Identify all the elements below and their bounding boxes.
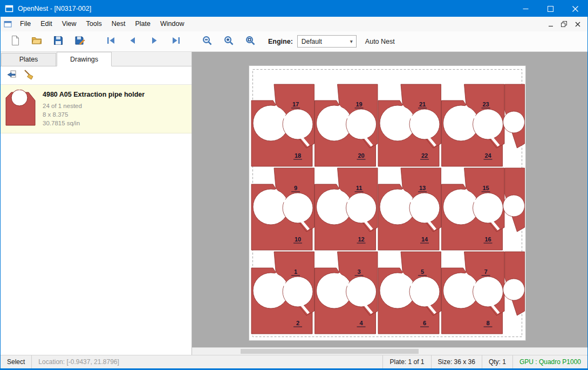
- part-number: 4: [359, 320, 363, 326]
- main-area: Plates Drawings: [1, 52, 587, 355]
- first-plate-icon: [106, 35, 117, 48]
- horizontal-scrollbar-thumb[interactable]: [241, 349, 419, 354]
- part-number: 15: [482, 185, 489, 191]
- next-plate-icon: [149, 35, 160, 48]
- close-button[interactable]: [563, 1, 587, 17]
- title-bar: OpenNest - [N0317-002]: [1, 1, 587, 17]
- nest-pair[interactable]: 1112: [315, 168, 378, 250]
- zoom-out-button[interactable]: [198, 33, 216, 50]
- part-number: 9: [294, 185, 297, 191]
- part-number: 12: [358, 236, 364, 243]
- auto-nest-button[interactable]: Auto Nest: [365, 38, 395, 45]
- part-notch-circle: [503, 279, 525, 300]
- status-bar: Select Location: [-0.9437, 21.8796] Plat…: [1, 355, 587, 368]
- main-toolbar: Engine: Default ▾ Auto Nest: [1, 31, 587, 52]
- tab-plates[interactable]: Plates: [1, 53, 56, 66]
- engine-select[interactable]: Default ▾: [297, 35, 357, 48]
- menu-item-window[interactable]: Window: [155, 17, 189, 31]
- plate-svg: 171819202122232491011121314151612345678: [249, 66, 525, 340]
- clean-broom-icon: [23, 69, 34, 82]
- last-plate-button[interactable]: [167, 33, 185, 50]
- drawing-area: 30.7815 sq/in: [43, 119, 145, 127]
- minimize-button[interactable]: [513, 1, 538, 17]
- part-number: 16: [484, 236, 491, 243]
- drawing-size: 8 x 8.375: [43, 110, 145, 119]
- status-location: Location: [-0.9437, 21.8796]: [32, 355, 125, 368]
- first-plate-button[interactable]: [102, 33, 120, 50]
- nest-pair[interactable]: 56: [378, 252, 441, 334]
- move-back-icon: [6, 69, 17, 82]
- part-number: 17: [292, 101, 299, 107]
- clean-button[interactable]: [21, 68, 36, 83]
- part-number: 8: [486, 320, 489, 326]
- previous-plate-icon: [127, 35, 138, 48]
- menu-item-view[interactable]: View: [57, 17, 81, 31]
- horizontal-scrollbar[interactable]: [192, 347, 587, 355]
- drawing-list-item[interactable]: 4980 A05 Extraction pipe holder 24 of 1 …: [1, 85, 192, 133]
- zoom-in-button[interactable]: [220, 33, 238, 50]
- nest-pair[interactable]: 1920: [315, 84, 378, 166]
- app-icon: [5, 5, 13, 12]
- mdi-minimize-button[interactable]: [544, 18, 557, 30]
- part-number: 22: [421, 152, 428, 159]
- nest-pair[interactable]: 34: [315, 252, 378, 334]
- part-notch-circle: [503, 195, 525, 217]
- previous-plate-button[interactable]: [124, 33, 142, 50]
- save-as-icon: [74, 35, 85, 48]
- status-mode: Select: [1, 355, 32, 368]
- drawing-title: 4980 A05 Extraction pipe holder: [43, 91, 145, 98]
- zoom-fit-icon: [245, 35, 256, 48]
- open-file-button[interactable]: [28, 33, 46, 50]
- drawing-list: 4980 A05 Extraction pipe holder 24 of 1 …: [1, 85, 192, 133]
- mdi-restore-button[interactable]: [557, 18, 571, 30]
- nest-pair[interactable]: 1516: [442, 168, 525, 250]
- nest-pair[interactable]: 2122: [378, 84, 441, 166]
- drawing-info: 4980 A05 Extraction pipe holder 24 of 1 …: [43, 90, 145, 128]
- menu-item-edit[interactable]: Edit: [36, 17, 57, 31]
- mdi-close-button[interactable]: [571, 18, 584, 30]
- status-gpu: GPU : Quadro P1000: [512, 355, 587, 368]
- panel-tabstrip: Plates Drawings: [1, 52, 192, 66]
- plate: 171819202122232491011121314151612345678: [249, 65, 526, 341]
- save-as-button[interactable]: [71, 33, 89, 50]
- menu-item-nest[interactable]: Nest: [107, 17, 131, 31]
- engine-value: Default: [302, 38, 322, 45]
- menu-item-plate[interactable]: Plate: [130, 17, 155, 31]
- new-file-button[interactable]: [6, 33, 24, 50]
- part-number: 6: [423, 320, 426, 326]
- status-qty: Qty: 1: [482, 355, 512, 368]
- chevron-down-icon: ▾: [350, 38, 356, 44]
- part-number: 3: [357, 268, 360, 275]
- nest-pair[interactable]: 12: [251, 252, 314, 334]
- menu-bar: File Edit View Tools Nest Plate Window: [1, 17, 587, 31]
- document-window-icon: [4, 21, 12, 28]
- part-number: 14: [421, 236, 428, 243]
- move-back-button[interactable]: [4, 68, 19, 83]
- tab-drawings[interactable]: Drawings: [57, 52, 112, 66]
- nest-pair[interactable]: 910: [251, 168, 314, 250]
- part-number: 5: [421, 268, 424, 275]
- menu-item-file[interactable]: File: [15, 17, 36, 31]
- save-button[interactable]: [49, 33, 67, 50]
- open-folder-icon: [31, 35, 42, 48]
- maximize-button[interactable]: [538, 1, 563, 17]
- part-number: 18: [295, 152, 301, 159]
- nest-pair[interactable]: 2324: [442, 84, 525, 166]
- nest-pair[interactable]: 1314: [378, 168, 441, 250]
- part-notch-circle: [503, 111, 525, 133]
- save-icon: [53, 35, 64, 48]
- drawing-thumbnail: [5, 90, 36, 128]
- part-number: 23: [482, 101, 489, 107]
- menu-item-tools[interactable]: Tools: [81, 17, 107, 31]
- nest-pair[interactable]: 1718: [251, 84, 314, 166]
- side-panel: Plates Drawings: [1, 52, 192, 355]
- nest-pair[interactable]: 78: [442, 252, 525, 334]
- part-number: 1: [294, 268, 297, 275]
- drawing-nested-count: 24 of 1 nested: [43, 102, 145, 110]
- part-number: 13: [419, 185, 426, 191]
- nest-canvas[interactable]: 171819202122232491011121314151612345678: [192, 52, 587, 355]
- zoom-fit-button[interactable]: [241, 33, 259, 50]
- status-size: Size: 36 x 36: [431, 355, 482, 368]
- next-plate-button[interactable]: [145, 33, 163, 50]
- part-number: 20: [358, 152, 364, 159]
